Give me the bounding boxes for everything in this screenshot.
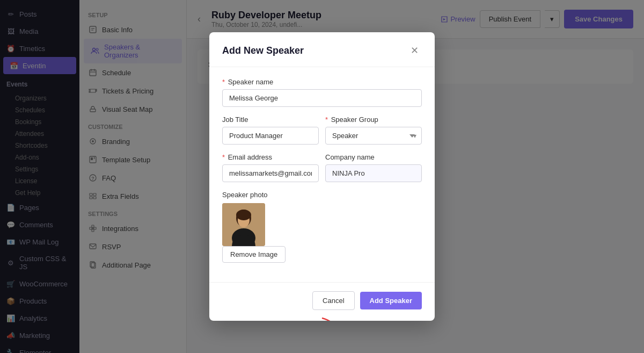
- speaker-group-select[interactable]: Speaker Organizer Moderator: [325, 127, 422, 145]
- speaker-group-label: * Speaker Group: [325, 116, 422, 124]
- modal-body: * Speaker name Job Title * Speaker Group: [209, 67, 435, 282]
- remove-image-button[interactable]: Remove Image: [222, 246, 286, 263]
- company-label: Company name: [325, 153, 422, 161]
- speaker-group-wrapper: Speaker Organizer Moderator: [325, 127, 422, 145]
- speaker-name-input[interactable]: [222, 89, 422, 107]
- photo-preview: [222, 203, 265, 246]
- company-input[interactable]: [325, 164, 422, 182]
- job-title-group: Job Title: [222, 116, 319, 145]
- job-title-label: Job Title: [222, 116, 319, 124]
- svg-point-35: [236, 210, 251, 220]
- speaker-name-group: * Speaker name: [222, 78, 422, 107]
- company-group: Company name: [325, 153, 422, 182]
- person-photo-svg: [222, 203, 265, 246]
- add-speaker-button[interactable]: Add Speaker: [360, 292, 422, 309]
- cancel-button[interactable]: Cancel: [312, 291, 354, 310]
- email-group: * Email address: [222, 153, 319, 182]
- modal-footer: Cancel Add Speaker: [209, 282, 435, 321]
- email-input[interactable]: [222, 164, 319, 182]
- speaker-group-group: * Speaker Group Speaker Organizer Modera…: [325, 116, 422, 145]
- modal-overlay[interactable]: Add New Speaker ✕ * Speaker name Job Tit…: [0, 0, 644, 353]
- arrow-annotation: [317, 315, 349, 321]
- add-speaker-modal: Add New Speaker ✕ * Speaker name Job Tit…: [209, 32, 435, 321]
- email-company-row: * Email address Company name: [222, 153, 422, 182]
- speaker-name-label: * Speaker name: [222, 78, 422, 86]
- photo-group: Speaker photo Remove Image: [222, 191, 422, 263]
- job-title-group-row: Job Title * Speaker Group Speaker Organi…: [222, 116, 422, 145]
- email-label: * Email address: [222, 153, 319, 161]
- modal-title: Add New Speaker: [222, 45, 304, 56]
- modal-close-button[interactable]: ✕: [407, 43, 422, 58]
- job-title-input[interactable]: [222, 127, 319, 145]
- modal-header: Add New Speaker ✕: [209, 32, 435, 67]
- photo-label: Speaker photo: [222, 191, 422, 199]
